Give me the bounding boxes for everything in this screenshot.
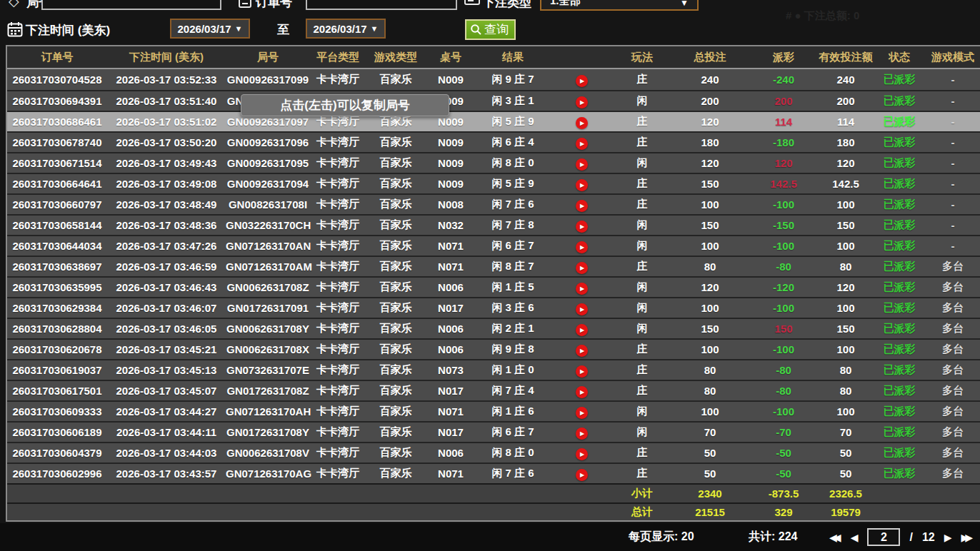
cell-order: 260317030638697: [7, 261, 107, 273]
search-icon: [470, 24, 482, 36]
replay-video-icon[interactable]: ▶: [576, 386, 588, 398]
table-row[interactable]: 2603170306581442026-03-17 03:48:36GN0322…: [7, 214, 980, 235]
cell-play: 闲: [613, 280, 671, 294]
cell-total-bet: 100: [671, 240, 749, 252]
cell-status: 已派彩: [873, 115, 926, 128]
cell-order: 260317030629384: [7, 302, 107, 314]
table-row[interactable]: 2603170306190372026-03-17 03:45:13GN0732…: [7, 359, 980, 380]
order-number-input[interactable]: [306, 0, 457, 10]
query-button-label: 查询: [484, 21, 509, 38]
copy-round-tooltip: 点击(左击)可以复制局号: [241, 94, 449, 116]
header-order: 订单号: [7, 51, 107, 64]
page-number-input[interactable]: 2: [867, 528, 900, 546]
cell-table-no: N009: [426, 157, 476, 169]
replay-video-icon[interactable]: ▶: [576, 303, 588, 315]
first-page-icon[interactable]: ◀◀: [829, 532, 841, 543]
table-row[interactable]: 2603170306043792026-03-17 03:44:03GN0062…: [7, 442, 980, 462]
replay-video-icon[interactable]: ▶: [576, 345, 588, 357]
cell-table-no: N006: [426, 343, 476, 355]
cell-mode: 多台: [926, 405, 980, 418]
last-page-icon[interactable]: ▶▶: [961, 532, 973, 543]
table-row[interactable]: 2603170306386972026-03-17 03:46:59GN0712…: [7, 256, 980, 276]
cell-time: 2026-03-17 03:49:43: [107, 157, 226, 169]
replay-video-icon[interactable]: ▶: [576, 407, 588, 419]
replay-video-icon[interactable]: ▶: [576, 241, 588, 253]
cell-total-bet: 100: [671, 302, 749, 314]
date-to-picker[interactable]: 2026/03/17 ▼: [306, 19, 386, 39]
replay-video-icon[interactable]: ▶: [576, 96, 588, 108]
table-row[interactable]: 2603170306646412026-03-17 03:49:08GN0092…: [7, 173, 980, 193]
date-to-value: 2026/03/17: [314, 23, 367, 35]
replay-video-icon[interactable]: ▶: [576, 179, 588, 191]
cell-total-bet: 70: [671, 426, 749, 438]
cell-game: 百家乐: [366, 136, 426, 149]
cell-valid-bet: 200: [819, 95, 873, 107]
cell-round: GN00926317097: [226, 116, 310, 128]
table-row[interactable]: 2603170306787402026-03-17 03:50:20GN0092…: [7, 131, 980, 152]
cell-payout: -180: [749, 136, 819, 148]
replay-video-icon[interactable]: ▶: [576, 283, 588, 295]
replay-video-icon[interactable]: ▶: [576, 428, 588, 440]
prev-page-icon[interactable]: ◀: [851, 532, 859, 543]
table-row[interactable]: 2603170306359952026-03-17 03:46:43GN0062…: [7, 276, 980, 297]
table-row[interactable]: 2603170306607972026-03-17 03:48:49GN0082…: [7, 193, 980, 214]
cell-game: 百家乐: [366, 425, 426, 439]
table-row[interactable]: 2603170306715142026-03-17 03:49:43GN0092…: [7, 152, 980, 173]
replay-video-icon[interactable]: ▶: [576, 158, 588, 171]
table-row[interactable]: 2603170306061892026-03-17 03:44:11GN0172…: [7, 421, 980, 442]
round-input[interactable]: [41, 0, 221, 10]
cell-time: 2026-03-17 03:48:36: [107, 219, 226, 231]
cell-order: 260317030635995: [7, 281, 107, 293]
date-from-picker[interactable]: 2026/03/17 ▼: [170, 19, 250, 39]
next-page-icon[interactable]: ▶: [944, 532, 952, 543]
cell-total-bet: 100: [671, 405, 749, 418]
table-row[interactable]: 2603170306440342026-03-17 03:47:26GN0712…: [7, 235, 980, 256]
table-row[interactable]: 2603170306175012026-03-17 03:45:07GN0172…: [7, 380, 980, 400]
table-row[interactable]: 2603170306029962026-03-17 03:43:57GN0712…: [7, 462, 980, 483]
cell-valid-bet: 100: [819, 302, 873, 314]
replay-video-icon[interactable]: ▶: [576, 117, 588, 129]
cell-platform: 卡卡湾厅: [310, 198, 366, 211]
table-row[interactable]: 2603170306093332026-03-17 03:44:27GN0712…: [7, 400, 980, 421]
query-button[interactable]: 查询: [465, 19, 516, 40]
table-row[interactable]: 2603170306288042026-03-17 03:46:05GN0062…: [7, 318, 980, 338]
replay-video-icon[interactable]: ▶: [576, 75, 588, 87]
table-row[interactable]: 2603170306293842026-03-17 03:46:07GN0172…: [7, 297, 980, 318]
chevron-down-icon: ▼: [680, 0, 689, 8]
table-row[interactable]: 2603170306943912026-03-17 03:51:40GN0092…: [7, 90, 980, 111]
table-row[interactable]: 2603170306864612026-03-17 03:51:02GN0092…: [7, 111, 980, 131]
replay-video-icon[interactable]: ▶: [576, 221, 588, 233]
cell-status: 已派彩: [873, 177, 926, 191]
cell-status: 已派彩: [873, 425, 926, 439]
cell-replay: ▶: [550, 363, 613, 378]
replay-video-icon[interactable]: ▶: [576, 262, 588, 274]
cell-play: 庄: [613, 136, 671, 149]
cell-replay: ▶: [550, 260, 613, 274]
replay-video-icon[interactable]: ▶: [576, 469, 588, 481]
replay-video-icon[interactable]: ▶: [576, 200, 588, 212]
bet-type-select[interactable]: 1.全部 ▼: [540, 0, 699, 11]
cell-status: 已派彩: [873, 363, 926, 377]
table-row[interactable]: 2603170307045282026-03-17 03:52:33GN0092…: [7, 69, 980, 90]
cell-order: 260317030678740: [7, 136, 107, 148]
cell-payout: 120: [749, 157, 819, 169]
subtotal-total-bet: 2340: [671, 487, 749, 500]
cell-status: 已派彩: [873, 198, 926, 211]
replay-video-icon[interactable]: ▶: [576, 365, 588, 378]
replay-video-icon[interactable]: ▶: [576, 138, 588, 150]
cell-round: GN0062631708Y: [226, 323, 310, 335]
cell-play: 闲: [613, 156, 671, 170]
cell-result: 闲 5 庄 9: [476, 177, 550, 191]
cell-platform: 卡卡湾厅: [310, 343, 366, 356]
table-row[interactable]: 2603170306206782026-03-17 03:45:21GN0062…: [7, 338, 980, 359]
replay-video-icon[interactable]: ▶: [576, 324, 588, 336]
replay-video-icon[interactable]: ▶: [576, 448, 588, 460]
cell-game: 百家乐: [366, 322, 426, 335]
cell-play: 庄: [613, 343, 671, 356]
cell-payout: -80: [749, 364, 819, 376]
cell-replay: ▶: [550, 136, 613, 150]
cell-replay: ▶: [550, 177, 613, 191]
table-body: 2603170307045282026-03-17 03:52:33GN0092…: [7, 69, 980, 483]
cell-result: 闲 7 庄 8: [476, 218, 550, 232]
cell-play: 庄: [613, 198, 671, 211]
